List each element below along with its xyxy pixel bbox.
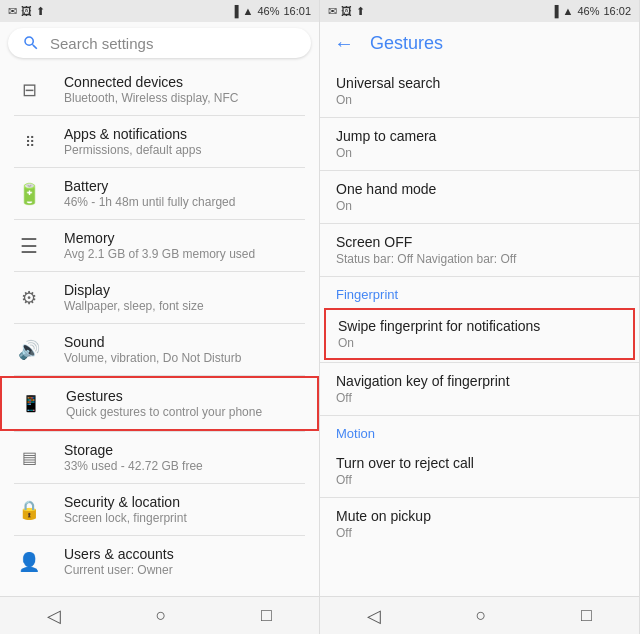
- apps-title: Apps & notifications: [64, 126, 305, 142]
- gesture-item-nav-fingerprint[interactable]: Navigation key of fingerprint Off: [320, 363, 639, 415]
- memory-icon: ☰: [14, 231, 44, 261]
- users-title: Users & accounts: [64, 546, 305, 562]
- left-status-bar: ✉ 🖼 ⬆ ▐ ▲ 46% 16:01: [0, 0, 319, 22]
- sound-text: Sound Volume, vibration, Do Not Disturb: [64, 334, 305, 365]
- display-icon: ⚙: [14, 283, 44, 313]
- nav-fingerprint-subtitle: Off: [336, 391, 623, 405]
- right-battery-pct: 46%: [577, 5, 599, 17]
- sound-subtitle: Volume, vibration, Do Not Disturb: [64, 351, 305, 365]
- turn-over-title: Turn over to reject call: [336, 455, 623, 471]
- right-bottom-nav: ◁ ○ □: [320, 596, 639, 634]
- right-home-btn[interactable]: ○: [456, 599, 507, 632]
- battery-title: Battery: [64, 178, 305, 194]
- home-nav-btn[interactable]: ○: [136, 599, 187, 632]
- storage-subtitle: 33% used - 42.72 GB free: [64, 459, 305, 473]
- mail-icon: ✉: [8, 5, 17, 18]
- settings-item-display[interactable]: ⚙ Display Wallpaper, sleep, font size: [0, 272, 319, 323]
- connected-devices-icon: ⊟: [14, 75, 44, 105]
- left-panel: ✉ 🖼 ⬆ ▐ ▲ 46% 16:01 Search settings ⊟ Co…: [0, 0, 320, 634]
- sound-icon: 🔊: [14, 335, 44, 365]
- search-placeholder: Search settings: [50, 35, 153, 52]
- settings-item-users[interactable]: 👤 Users & accounts Current user: Owner: [0, 536, 319, 587]
- search-bar[interactable]: Search settings: [8, 28, 311, 58]
- apps-icon: ⠿: [14, 127, 44, 157]
- right-panel: ✉ 🖼 ⬆ ▐ ▲ 46% 16:02 ← Gestures Universal…: [320, 0, 640, 634]
- memory-subtitle: Avg 2.1 GB of 3.9 GB memory used: [64, 247, 305, 261]
- gesture-item-mute-pickup[interactable]: Mute on pickup Off: [320, 498, 639, 550]
- gestures-header: ← Gestures: [320, 22, 639, 65]
- settings-item-memory[interactable]: ☰ Memory Avg 2.1 GB of 3.9 GB memory use…: [0, 220, 319, 271]
- settings-list: ⊟ Connected devices Bluetooth, Wireless …: [0, 64, 319, 596]
- settings-item-connected-devices[interactable]: ⊟ Connected devices Bluetooth, Wireless …: [0, 64, 319, 115]
- right-status-icons: ✉ 🖼 ⬆: [328, 5, 365, 18]
- security-icon: 🔒: [14, 495, 44, 525]
- connected-devices-subtitle: Bluetooth, Wireless display, NFC: [64, 91, 305, 105]
- settings-item-storage[interactable]: ▤ Storage 33% used - 42.72 GB free: [0, 432, 319, 483]
- right-upload-icon: ⬆: [356, 5, 365, 18]
- gestures-list: Universal search On Jump to camera On On…: [320, 65, 639, 596]
- settings-item-battery[interactable]: 🔋 Battery 46% - 1h 48m until fully charg…: [0, 168, 319, 219]
- screen-off-subtitle: Status bar: Off Navigation bar: Off: [336, 252, 623, 266]
- apps-subtitle: Permissions, default apps: [64, 143, 305, 157]
- wifi-icon: ▲: [243, 5, 254, 17]
- gesture-item-swipe-fingerprint[interactable]: Swipe fingerprint for notifications On: [324, 308, 635, 360]
- right-recents-btn[interactable]: □: [561, 599, 612, 632]
- fingerprint-section-label: Fingerprint: [320, 277, 639, 306]
- right-status-right: ▐ ▲ 46% 16:02: [551, 5, 631, 17]
- right-back-btn[interactable]: ◁: [347, 599, 401, 633]
- mute-pickup-subtitle: Off: [336, 526, 623, 540]
- settings-item-gestures[interactable]: 📱 Gestures Quick gestures to control you…: [0, 376, 319, 431]
- security-text: Security & location Screen lock, fingerp…: [64, 494, 305, 525]
- back-nav-btn[interactable]: ◁: [27, 599, 81, 633]
- connected-devices-text: Connected devices Bluetooth, Wireless di…: [64, 74, 305, 105]
- battery-subtitle: 46% - 1h 48m until fully charged: [64, 195, 305, 209]
- storage-title: Storage: [64, 442, 305, 458]
- gesture-item-one-hand[interactable]: One hand mode On: [320, 171, 639, 223]
- settings-item-security[interactable]: 🔒 Security & location Screen lock, finge…: [0, 484, 319, 535]
- right-wifi-icon: ▲: [563, 5, 574, 17]
- battery-icon: 🔋: [14, 179, 44, 209]
- gesture-item-screen-off[interactable]: Screen OFF Status bar: Off Navigation ba…: [320, 224, 639, 276]
- left-status-icons: ✉ 🖼 ⬆: [8, 5, 45, 18]
- display-text: Display Wallpaper, sleep, font size: [64, 282, 305, 313]
- signal-icon: ▐: [231, 5, 239, 17]
- right-image-icon: 🖼: [341, 5, 352, 17]
- display-title: Display: [64, 282, 305, 298]
- users-text: Users & accounts Current user: Owner: [64, 546, 305, 577]
- left-status-right: ▐ ▲ 46% 16:01: [231, 5, 311, 17]
- back-arrow-btn[interactable]: ←: [334, 32, 354, 55]
- apps-text: Apps & notifications Permissions, defaul…: [64, 126, 305, 157]
- gesture-item-turn-over[interactable]: Turn over to reject call Off: [320, 445, 639, 497]
- image-icon: 🖼: [21, 5, 32, 17]
- gestures-page-title: Gestures: [370, 33, 443, 54]
- jump-camera-title: Jump to camera: [336, 128, 623, 144]
- gestures-icon: 📱: [16, 389, 46, 419]
- storage-icon: ▤: [14, 443, 44, 473]
- storage-text: Storage 33% used - 42.72 GB free: [64, 442, 305, 473]
- battery-pct: 46%: [257, 5, 279, 17]
- screen-off-title: Screen OFF: [336, 234, 623, 250]
- sound-title: Sound: [64, 334, 305, 350]
- time-left: 16:01: [283, 5, 311, 17]
- users-subtitle: Current user: Owner: [64, 563, 305, 577]
- gestures-subtitle: Quick gestures to control your phone: [66, 405, 303, 419]
- gestures-title: Gestures: [66, 388, 303, 404]
- display-subtitle: Wallpaper, sleep, font size: [64, 299, 305, 313]
- left-bottom-nav: ◁ ○ □: [0, 596, 319, 634]
- gesture-item-jump-camera[interactable]: Jump to camera On: [320, 118, 639, 170]
- security-title: Security & location: [64, 494, 305, 510]
- gesture-item-universal-search[interactable]: Universal search On: [320, 65, 639, 117]
- battery-text: Battery 46% - 1h 48m until fully charged: [64, 178, 305, 209]
- connected-devices-title: Connected devices: [64, 74, 305, 90]
- settings-item-apps[interactable]: ⠿ Apps & notifications Permissions, defa…: [0, 116, 319, 167]
- nav-fingerprint-title: Navigation key of fingerprint: [336, 373, 623, 389]
- one-hand-title: One hand mode: [336, 181, 623, 197]
- swipe-fingerprint-title: Swipe fingerprint for notifications: [338, 318, 621, 334]
- jump-camera-subtitle: On: [336, 146, 623, 160]
- recents-nav-btn[interactable]: □: [241, 599, 292, 632]
- security-subtitle: Screen lock, fingerprint: [64, 511, 305, 525]
- settings-item-sound[interactable]: 🔊 Sound Volume, vibration, Do Not Distur…: [0, 324, 319, 375]
- universal-search-subtitle: On: [336, 93, 623, 107]
- gestures-text: Gestures Quick gestures to control your …: [66, 388, 303, 419]
- motion-section-label: Motion: [320, 416, 639, 445]
